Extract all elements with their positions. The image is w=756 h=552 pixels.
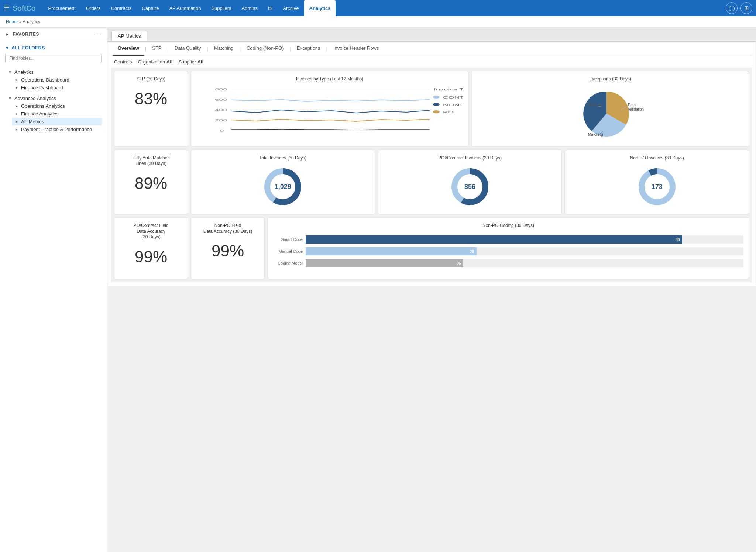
invoices-by-type-card: Invoices by Type (Last 12 Months) 800 60… [191,71,468,147]
bar-track-manual-code: 39 [306,247,743,255]
po-field-accuracy-value: 99% [120,248,182,266]
breadcrumb-home[interactable]: Home [6,19,18,24]
sub-nav-stp[interactable]: STP [147,42,166,56]
svg-text:NON-PO: NON-PO [443,103,463,107]
tab-ap-metrics[interactable]: AP Metrics [111,31,147,41]
controls-label: Controls [114,59,132,65]
sidebar-item-finance-dashboard[interactable]: ► Finance Dashboard [12,84,102,92]
bar-track-coding-model: 36 [306,259,743,267]
sidebar-item-payment-practice[interactable]: ► Payment Practice & Performance [12,125,102,133]
svg-text:Invoice Type: Invoice Type [434,87,463,91]
exceptions-title: Exceptions (30 Days) [477,76,743,82]
tree-item-analytics: ▼ Analytics ► Operations Dashboard ► Fin… [5,67,102,93]
sep3: | [206,46,209,52]
tree-expand-icon: ▼ [8,96,13,100]
logo-soft: Soft [13,4,26,12]
sub-nav-exceptions[interactable]: Exceptions [292,42,326,56]
sidebar-item-operations-analytics[interactable]: ► Operations Analytics [12,102,102,110]
bar-fill-smart-code: 86 [306,235,682,244]
tree-analytics-children: ► Operations Dashboard ► Finance Dashboa… [5,76,102,92]
sub-nav-coding[interactable]: Coding (Non-PO) [241,42,289,56]
nav-contracts[interactable]: Contracts [106,0,137,16]
breadcrumb-current: Analytics [23,19,40,24]
non-po-donut: 173 [570,165,743,209]
bar-value-coding-model: 36 [457,261,461,265]
nav-archive[interactable]: Archive [278,0,304,16]
bar-manual-code: Manual Code 39 [273,247,743,255]
user-icon[interactable]: ◯ [726,2,738,14]
chevron-right-icon: ► [15,112,19,116]
sidebar-item-ap-metrics[interactable]: ► AP Metrics [12,118,102,125]
nav-analytics[interactable]: Analytics [304,0,336,16]
nav-orders[interactable]: Orders [81,0,106,16]
sub-nav-invoice-header[interactable]: Invoice Header Rows [328,42,384,56]
bar-value-manual-code: 39 [470,249,474,253]
breadcrumb-separator: > [19,19,23,24]
non-po-field-card: Non-PO FieldData Accuracy (30 Days) 99% [191,217,265,279]
chevron-right-icon: ► [15,127,19,131]
tree-item-advanced-label[interactable]: ▼ Advanced Analytics [5,94,102,102]
favorites-section[interactable]: ► FAVORITES ⩶ [0,28,107,41]
hamburger-icon[interactable]: ☰ [4,4,10,12]
sub-nav: Overview | STP | Data Quality | Matching… [111,42,752,56]
grid-icon[interactable]: ⊞ [740,2,752,14]
nav-ap-automation[interactable]: AP Automation [164,0,206,16]
nav-is[interactable]: IS [263,0,278,16]
tree-item-analytics-label[interactable]: ▼ Analytics [5,68,102,76]
non-po-coding-card: Non-PO Coding (30 Days) Smart Code 86 [268,217,749,279]
total-invoices-card: Total Invoices (30 Days) 1,029 [191,150,375,215]
bar-fill-coding-model: 36 [306,259,463,267]
svg-text:PO: PO [443,110,454,114]
svg-text:Data: Data [628,103,636,107]
total-invoices-value: 1,029 [275,183,291,191]
sidebar-collapse-icon[interactable]: ⩶ [96,31,102,37]
stp-title: STP (30 Days) [120,76,182,82]
poi-contract-value: 856 [464,183,475,191]
nav-admins[interactable]: Admins [237,0,263,16]
chevron-right-icon: ► [15,86,19,90]
tree-advanced-children: ► Operations Analytics ► Finance Analyti… [5,102,102,133]
folder-search-input[interactable] [5,54,102,63]
svg-text:800: 800 [215,87,227,91]
svg-point-11 [433,96,440,99]
inner-content: Overview | STP | Data Quality | Matching… [107,41,756,286]
auto-matched-card: Fully Auto MatchedLines (30 Days) 89% [114,150,188,215]
chevron-right-icon: ► [15,78,19,82]
bar-smart-code: Smart Code 86 [273,235,743,244]
sidebar-item-finance-analytics[interactable]: ► Finance Analytics [12,110,102,118]
sidebar: ► FAVORITES ⩶ ▼ ALL FOLDERS ▼ Analytics … [0,28,107,552]
non-po-coding-bar-chart: Smart Code 86 Manual Code [273,232,743,274]
svg-point-15 [433,110,440,113]
filter-row: Controls Organization All Supplier All [111,56,752,68]
sub-nav-data-quality[interactable]: Data Quality [169,42,206,56]
sep4: | [239,46,241,52]
tab-bar: AP Metrics [107,28,756,41]
svg-text:0: 0 [220,129,224,132]
bar-label-smart-code: Smart Code [273,237,303,242]
svg-text:Routing: Routing [587,103,600,107]
sub-nav-overview[interactable]: Overview [113,42,144,56]
bar-track-smart-code: 86 [306,235,743,244]
non-po-field-value: 99% [196,242,259,260]
invoices-line-chart: 800 600 400 200 0 [196,86,463,138]
bar-fill-manual-code: 39 [306,247,477,255]
total-invoices-title: Total Invoices (30 Days) [196,155,370,161]
bar-label-manual-code: Manual Code [273,249,303,253]
sub-nav-matching[interactable]: Matching [209,42,239,56]
nav-capture[interactable]: Capture [137,0,164,16]
bar-value-smart-code: 86 [676,237,680,242]
nav-suppliers[interactable]: Suppliers [206,0,236,16]
total-invoices-donut: 1,029 [196,165,370,209]
sep2: | [167,46,169,52]
all-folders-toggle[interactable]: ▼ ALL FOLDERS [5,45,102,51]
chevron-right-icon: ► [5,32,10,37]
favorites-label: ► FAVORITES [5,32,39,37]
nav-icon-group: ◯ ⊞ [726,2,752,14]
top-nav: ☰ SoftCo Procurement Orders Contracts Ca… [0,0,756,16]
exceptions-pie: Routing Data Validation Matching [477,86,743,141]
invoices-by-type-title: Invoices by Type (Last 12 Months) [196,76,463,82]
main-layout: ► FAVORITES ⩶ ▼ ALL FOLDERS ▼ Analytics … [0,28,756,552]
sidebar-item-operations-dashboard[interactable]: ► Operations Dashboard [12,76,102,84]
chevron-down-icon: ▼ [5,46,9,50]
nav-procurement[interactable]: Procurement [43,0,81,16]
